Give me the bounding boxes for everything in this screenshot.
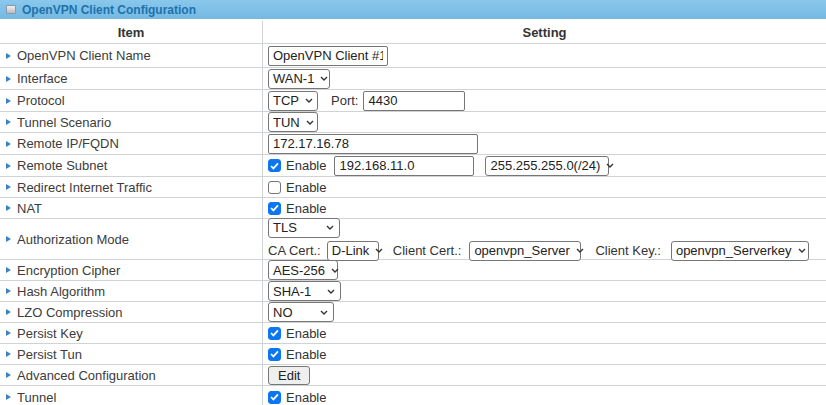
bullet-arrow-icon <box>6 236 11 242</box>
auth-mode-select[interactable]: TLS <box>268 218 340 238</box>
client-name-input[interactable] <box>268 46 388 66</box>
protocol-select[interactable]: TCP <box>268 91 318 111</box>
chevron-down-icon <box>320 310 328 315</box>
client-cert-label: Client Cert.: <box>393 243 462 258</box>
check-icon <box>270 162 279 170</box>
client-key-select[interactable]: openvpn_Serverkey <box>671 241 809 261</box>
remote-subnet-item-cell: Remote Subnet <box>0 155 263 176</box>
openvpn-client-config-page: OpenVPN Client Configuration Item Settin… <box>0 0 826 405</box>
remote-subnet-mask-value: 255.255.255.0(/24) <box>490 158 600 173</box>
bullet-arrow-icon <box>6 267 11 273</box>
nat-label: NAT <box>17 201 42 216</box>
table-row-persist-key: Persist Key Enable <box>0 323 826 344</box>
client-cert-select-value: openvpn_Server <box>474 243 569 258</box>
advanced-label: Advanced Configuration <box>17 368 156 383</box>
lzo-select[interactable]: NO <box>268 302 334 322</box>
client-cert-select[interactable]: openvpn_Server <box>469 241 581 261</box>
check-icon <box>270 329 279 337</box>
hash-setting-cell: SHA-1 <box>263 281 826 301</box>
tunnel-enable-label: Enable <box>286 390 326 405</box>
tunnel-scenario-select[interactable]: TUN <box>268 112 318 132</box>
ca-cert-select[interactable]: D-Link <box>327 241 379 261</box>
bullet-arrow-icon <box>6 76 11 82</box>
page-title: OpenVPN Client Configuration <box>22 3 196 17</box>
bullet-arrow-icon <box>6 372 11 378</box>
port-input[interactable] <box>363 91 465 111</box>
table-row-client-name: OpenVPN Client Name <box>0 44 826 68</box>
protocol-setting-cell: TCP Port: <box>263 90 826 111</box>
table-row-protocol: Protocol TCP Port: <box>0 90 826 112</box>
bullet-arrow-icon <box>6 141 11 147</box>
persist-tun-item-cell: Persist Tun <box>0 344 263 364</box>
hash-select[interactable]: SHA-1 <box>268 281 341 301</box>
client-name-label: OpenVPN Client Name <box>17 48 151 63</box>
auth-mode-setting-cell: TLS CA Cert.: D-Link Client Cert.: openv… <box>263 219 826 259</box>
table-row-interface: Interface WAN-1 <box>0 68 826 90</box>
remote-subnet-ip-input[interactable] <box>334 156 474 176</box>
lzo-item-cell: LZO Compression <box>0 302 263 322</box>
remote-subnet-mask-select[interactable]: 255.255.255.0(/24) <box>485 156 609 176</box>
column-header-setting: Setting <box>263 21 826 43</box>
lzo-select-value: NO <box>273 305 293 320</box>
port-label: Port: <box>331 93 358 108</box>
redirect-enable-checkbox[interactable] <box>268 181 281 194</box>
chevron-down-icon <box>606 163 614 168</box>
table-row-persist-tun: Persist Tun Enable <box>0 344 826 365</box>
cipher-select[interactable]: AES-256 <box>268 260 338 280</box>
auth-mode-item-cell: Authorization Mode <box>0 219 263 259</box>
table-row-hash-algorithm: Hash Algorithm SHA-1 <box>0 281 826 302</box>
remote-subnet-label: Remote Subnet <box>17 158 107 173</box>
auth-mode-select-value: TLS <box>273 220 297 235</box>
ca-cert-label: CA Cert.: <box>268 243 321 258</box>
remote-subnet-enable-checkbox[interactable] <box>268 159 281 172</box>
setting-header-label: Setting <box>522 25 566 40</box>
table-row-authorization-mode: Authorization Mode TLS CA Cert.: D-Link … <box>0 219 826 260</box>
redirect-setting-cell: Enable <box>263 177 826 197</box>
cipher-setting-cell: AES-256 <box>263 260 826 280</box>
check-icon <box>270 204 279 212</box>
ca-cert-select-value: D-Link <box>332 243 370 258</box>
chevron-down-icon <box>331 268 339 273</box>
hash-item-cell: Hash Algorithm <box>0 281 263 301</box>
table-row-tunnel-scenario: Tunnel Scenario TUN <box>0 112 826 133</box>
section-square-icon <box>6 5 16 14</box>
persist-tun-enable-checkbox[interactable] <box>268 348 281 361</box>
tunnel-item-cell: Tunnel <box>0 386 263 405</box>
nat-enable-checkbox[interactable] <box>268 202 281 215</box>
bullet-arrow-icon <box>6 184 11 190</box>
persist-key-enable-checkbox[interactable] <box>268 327 281 340</box>
tunnel-setting-cell: Enable <box>263 386 826 405</box>
tunnel-scenario-label: Tunnel Scenario <box>17 115 111 130</box>
tunnel-scenario-setting-cell: TUN <box>263 112 826 132</box>
bullet-arrow-icon <box>6 163 11 169</box>
persist-tun-setting-cell: Enable <box>263 344 826 364</box>
chevron-down-icon <box>305 98 313 103</box>
interface-select[interactable]: WAN-1 <box>268 69 330 89</box>
edit-button[interactable]: Edit <box>268 366 310 385</box>
remote-subnet-enable-label: Enable <box>286 158 326 173</box>
check-icon <box>270 350 279 358</box>
remote-ip-setting-cell <box>263 133 826 154</box>
auth-mode-certs-line: CA Cert.: D-Link Client Cert.: openvpn_S… <box>268 241 809 261</box>
interface-select-value: WAN-1 <box>273 71 314 86</box>
lzo-setting-cell: NO <box>263 302 826 322</box>
bullet-arrow-icon <box>6 394 11 400</box>
persist-key-item-cell: Persist Key <box>0 323 263 343</box>
lzo-label: LZO Compression <box>17 305 122 320</box>
remote-ip-input[interactable] <box>268 134 478 154</box>
tunnel-scenario-select-value: TUN <box>273 115 300 130</box>
persist-tun-enable-label: Enable <box>286 347 326 362</box>
table-row-redirect: Redirect Internet Traffic Enable <box>0 177 826 198</box>
interface-item-cell: Interface <box>0 68 263 89</box>
bullet-arrow-icon <box>6 288 11 294</box>
advanced-item-cell: Advanced Configuration <box>0 365 263 385</box>
nat-enable-label: Enable <box>286 201 326 216</box>
protocol-item-cell: Protocol <box>0 90 263 111</box>
persist-key-setting-cell: Enable <box>263 323 826 343</box>
table-row-lzo-compression: LZO Compression NO <box>0 302 826 323</box>
table-row-remote-subnet: Remote Subnet Enable 255.255.255.0(/24) <box>0 155 826 177</box>
tunnel-enable-checkbox[interactable] <box>268 391 281 404</box>
tunnel-scenario-item-cell: Tunnel Scenario <box>0 112 263 132</box>
client-key-select-value: openvpn_Serverkey <box>676 243 792 258</box>
protocol-select-value: TCP <box>273 93 299 108</box>
